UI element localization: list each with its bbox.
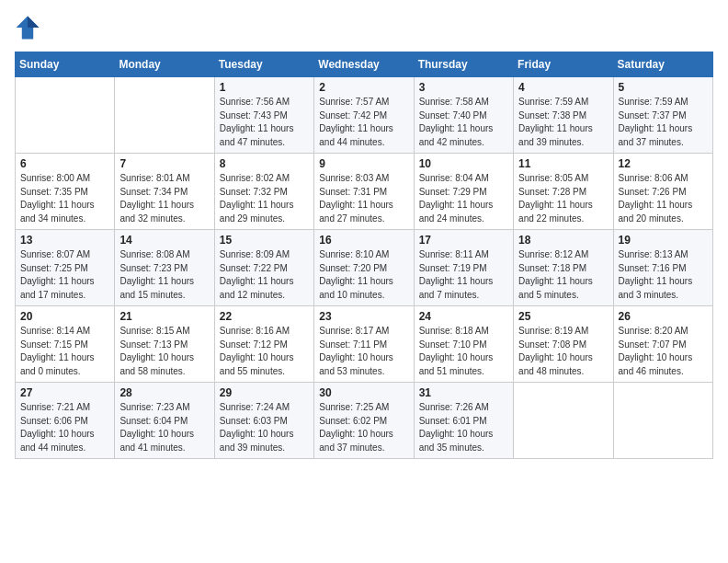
calendar-cell bbox=[514, 383, 613, 459]
weekday-header-tuesday: Tuesday bbox=[214, 52, 313, 77]
day-number: 24 bbox=[419, 310, 508, 323]
logo bbox=[15, 15, 44, 40]
day-number: 20 bbox=[20, 310, 109, 323]
weekday-header-row: SundayMondayTuesdayWednesdayThursdayFrid… bbox=[16, 52, 713, 77]
calendar-cell: 5Sunrise: 7:59 AM Sunset: 7:37 PM Daylig… bbox=[613, 77, 712, 154]
day-content: Sunrise: 7:25 AM Sunset: 6:02 PM Dayligh… bbox=[319, 401, 408, 454]
weekday-header-thursday: Thursday bbox=[414, 52, 513, 77]
day-content: Sunrise: 8:19 AM Sunset: 7:08 PM Dayligh… bbox=[518, 325, 608, 378]
calendar-cell: 21Sunrise: 8:15 AM Sunset: 7:13 PM Dayli… bbox=[115, 306, 214, 383]
day-content: Sunrise: 8:05 AM Sunset: 7:28 PM Dayligh… bbox=[518, 172, 608, 225]
calendar-week-row: 27Sunrise: 7:21 AM Sunset: 6:06 PM Dayli… bbox=[16, 383, 713, 459]
calendar-cell: 30Sunrise: 7:25 AM Sunset: 6:02 PM Dayli… bbox=[314, 383, 414, 459]
day-number: 6 bbox=[20, 157, 109, 170]
day-content: Sunrise: 8:09 AM Sunset: 7:22 PM Dayligh… bbox=[220, 248, 309, 302]
day-number: 9 bbox=[319, 157, 408, 170]
day-content: Sunrise: 8:04 AM Sunset: 7:29 PM Dayligh… bbox=[419, 172, 508, 225]
day-number: 25 bbox=[518, 310, 608, 323]
day-content: Sunrise: 7:21 AM Sunset: 6:06 PM Dayligh… bbox=[20, 401, 109, 454]
calendar-week-row: 13Sunrise: 8:07 AM Sunset: 7:25 PM Dayli… bbox=[16, 230, 713, 306]
day-content: Sunrise: 7:57 AM Sunset: 7:42 PM Dayligh… bbox=[319, 96, 408, 149]
day-number: 17 bbox=[419, 234, 508, 247]
weekday-header-wednesday: Wednesday bbox=[314, 52, 414, 77]
day-content: Sunrise: 8:02 AM Sunset: 7:32 PM Dayligh… bbox=[220, 172, 309, 225]
calendar-cell: 11Sunrise: 8:05 AM Sunset: 7:28 PM Dayli… bbox=[514, 154, 613, 230]
calendar-cell: 18Sunrise: 8:12 AM Sunset: 7:18 PM Dayli… bbox=[514, 230, 613, 306]
calendar-cell: 14Sunrise: 8:08 AM Sunset: 7:23 PM Dayli… bbox=[115, 230, 214, 306]
calendar-cell: 6Sunrise: 8:00 AM Sunset: 7:35 PM Daylig… bbox=[16, 154, 115, 230]
day-number: 27 bbox=[20, 386, 109, 399]
day-number: 29 bbox=[220, 386, 309, 399]
calendar-cell: 20Sunrise: 8:14 AM Sunset: 7:15 PM Dayli… bbox=[16, 306, 115, 383]
calendar-week-row: 1Sunrise: 7:56 AM Sunset: 7:43 PM Daylig… bbox=[16, 77, 713, 154]
day-number: 2 bbox=[319, 81, 408, 94]
day-content: Sunrise: 8:20 AM Sunset: 7:07 PM Dayligh… bbox=[619, 325, 708, 378]
day-number: 31 bbox=[419, 386, 508, 399]
page-header bbox=[15, 15, 713, 40]
day-number: 21 bbox=[119, 310, 209, 323]
day-content: Sunrise: 7:59 AM Sunset: 7:38 PM Dayligh… bbox=[518, 96, 608, 149]
calendar-cell: 31Sunrise: 7:26 AM Sunset: 6:01 PM Dayli… bbox=[414, 383, 513, 459]
calendar-cell: 24Sunrise: 8:18 AM Sunset: 7:10 PM Dayli… bbox=[414, 306, 513, 383]
day-number: 16 bbox=[319, 234, 408, 247]
day-number: 22 bbox=[220, 310, 309, 323]
day-number: 5 bbox=[619, 81, 708, 94]
calendar-cell: 2Sunrise: 7:57 AM Sunset: 7:42 PM Daylig… bbox=[314, 77, 414, 154]
day-number: 11 bbox=[518, 157, 608, 170]
day-number: 23 bbox=[319, 310, 408, 323]
calendar-cell: 25Sunrise: 8:19 AM Sunset: 7:08 PM Dayli… bbox=[514, 306, 613, 383]
weekday-header-friday: Friday bbox=[514, 52, 613, 77]
day-content: Sunrise: 7:24 AM Sunset: 6:03 PM Dayligh… bbox=[220, 401, 309, 454]
calendar-cell: 16Sunrise: 8:10 AM Sunset: 7:20 PM Dayli… bbox=[314, 230, 414, 306]
calendar-cell: 29Sunrise: 7:24 AM Sunset: 6:03 PM Dayli… bbox=[214, 383, 313, 459]
calendar-cell: 22Sunrise: 8:16 AM Sunset: 7:12 PM Dayli… bbox=[214, 306, 313, 383]
calendar-cell: 19Sunrise: 8:13 AM Sunset: 7:16 PM Dayli… bbox=[613, 230, 712, 306]
day-content: Sunrise: 8:16 AM Sunset: 7:12 PM Dayligh… bbox=[220, 325, 309, 378]
calendar-cell: 8Sunrise: 8:02 AM Sunset: 7:32 PM Daylig… bbox=[214, 154, 313, 230]
day-content: Sunrise: 7:56 AM Sunset: 7:43 PM Dayligh… bbox=[220, 96, 309, 149]
day-content: Sunrise: 8:03 AM Sunset: 7:31 PM Dayligh… bbox=[319, 172, 408, 225]
day-content: Sunrise: 8:14 AM Sunset: 7:15 PM Dayligh… bbox=[20, 325, 109, 378]
calendar-cell: 10Sunrise: 8:04 AM Sunset: 7:29 PM Dayli… bbox=[414, 154, 513, 230]
day-content: Sunrise: 7:59 AM Sunset: 7:37 PM Dayligh… bbox=[619, 96, 708, 149]
day-content: Sunrise: 8:01 AM Sunset: 7:34 PM Dayligh… bbox=[119, 172, 209, 225]
calendar-cell: 3Sunrise: 7:58 AM Sunset: 7:40 PM Daylig… bbox=[414, 77, 513, 154]
svg-marker-1 bbox=[28, 17, 39, 28]
day-number: 19 bbox=[619, 234, 708, 247]
day-number: 18 bbox=[518, 234, 608, 247]
day-number: 15 bbox=[220, 234, 309, 247]
calendar-cell: 26Sunrise: 8:20 AM Sunset: 7:07 PM Dayli… bbox=[613, 306, 712, 383]
calendar-cell bbox=[115, 77, 214, 154]
day-content: Sunrise: 8:17 AM Sunset: 7:11 PM Dayligh… bbox=[319, 325, 408, 378]
day-content: Sunrise: 8:10 AM Sunset: 7:20 PM Dayligh… bbox=[319, 248, 408, 302]
day-content: Sunrise: 8:06 AM Sunset: 7:26 PM Dayligh… bbox=[619, 172, 708, 225]
day-content: Sunrise: 7:58 AM Sunset: 7:40 PM Dayligh… bbox=[419, 96, 508, 149]
day-number: 26 bbox=[619, 310, 708, 323]
calendar-cell: 7Sunrise: 8:01 AM Sunset: 7:34 PM Daylig… bbox=[115, 154, 214, 230]
logo-icon bbox=[15, 15, 40, 40]
calendar-week-row: 20Sunrise: 8:14 AM Sunset: 7:15 PM Dayli… bbox=[16, 306, 713, 383]
calendar-cell: 28Sunrise: 7:23 AM Sunset: 6:04 PM Dayli… bbox=[115, 383, 214, 459]
day-number: 30 bbox=[319, 386, 408, 399]
day-content: Sunrise: 8:13 AM Sunset: 7:16 PM Dayligh… bbox=[619, 248, 708, 302]
day-number: 3 bbox=[419, 81, 508, 94]
day-content: Sunrise: 7:23 AM Sunset: 6:04 PM Dayligh… bbox=[119, 401, 209, 454]
calendar-cell: 17Sunrise: 8:11 AM Sunset: 7:19 PM Dayli… bbox=[414, 230, 513, 306]
calendar-cell: 13Sunrise: 8:07 AM Sunset: 7:25 PM Dayli… bbox=[16, 230, 115, 306]
calendar-cell: 27Sunrise: 7:21 AM Sunset: 6:06 PM Dayli… bbox=[16, 383, 115, 459]
day-number: 12 bbox=[619, 157, 708, 170]
day-content: Sunrise: 8:18 AM Sunset: 7:10 PM Dayligh… bbox=[419, 325, 508, 378]
day-number: 7 bbox=[119, 157, 209, 170]
weekday-header-sunday: Sunday bbox=[16, 52, 115, 77]
day-content: Sunrise: 8:00 AM Sunset: 7:35 PM Dayligh… bbox=[20, 172, 109, 225]
calendar-cell: 1Sunrise: 7:56 AM Sunset: 7:43 PM Daylig… bbox=[214, 77, 313, 154]
day-content: Sunrise: 8:11 AM Sunset: 7:19 PM Dayligh… bbox=[419, 248, 508, 302]
day-number: 14 bbox=[119, 234, 209, 247]
day-number: 28 bbox=[119, 386, 209, 399]
day-number: 4 bbox=[518, 81, 608, 94]
calendar-cell: 12Sunrise: 8:06 AM Sunset: 7:26 PM Dayli… bbox=[613, 154, 712, 230]
day-content: Sunrise: 8:08 AM Sunset: 7:23 PM Dayligh… bbox=[119, 248, 209, 302]
calendar-week-row: 6Sunrise: 8:00 AM Sunset: 7:35 PM Daylig… bbox=[16, 154, 713, 230]
day-content: Sunrise: 8:15 AM Sunset: 7:13 PM Dayligh… bbox=[119, 325, 209, 378]
calendar-table: SundayMondayTuesdayWednesdayThursdayFrid… bbox=[15, 52, 713, 459]
